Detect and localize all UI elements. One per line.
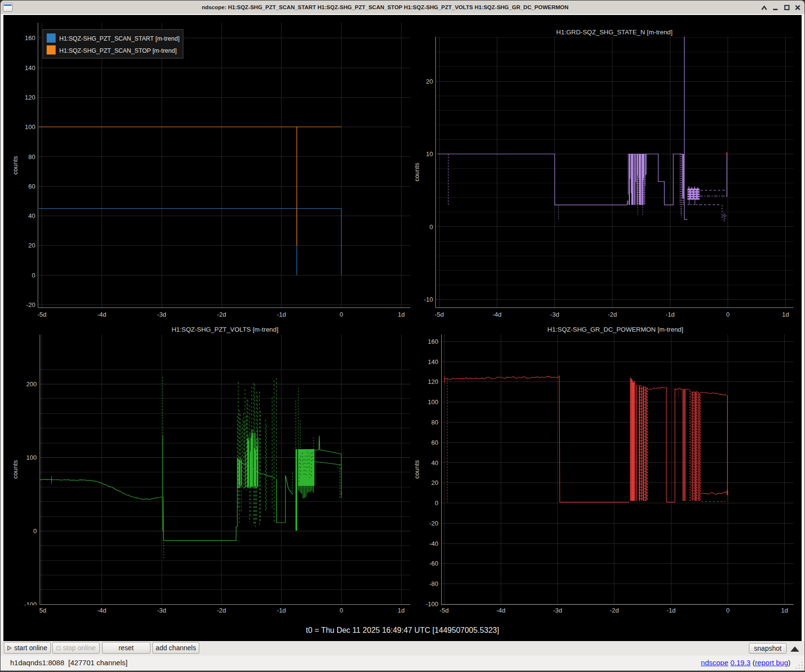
svg-text:-80: -80 <box>429 580 438 587</box>
svg-text:5d: 5d <box>39 607 46 614</box>
svg-text:100: 100 <box>25 123 35 131</box>
svg-text:-3d: -3d <box>550 311 559 318</box>
svg-text:H1:SQZ-SHG_PZT_SCAN_START [m-t: H1:SQZ-SHG_PZT_SCAN_START [m-trend] <box>60 35 180 42</box>
svg-text:20: 20 <box>432 479 438 486</box>
svg-text:100: 100 <box>428 398 438 406</box>
svg-text:80: 80 <box>29 153 35 161</box>
svg-text:H1:SQZ-SHG_GR_DC_POWERMON [m-t: H1:SQZ-SHG_GR_DC_POWERMON [m-trend] <box>548 326 684 333</box>
svg-text:-10: -10 <box>424 296 433 303</box>
svg-text:-20: -20 <box>26 301 35 308</box>
svg-text:0: 0 <box>726 607 730 614</box>
svg-text:-5d: -5d <box>435 311 444 318</box>
svg-text:-2d: -2d <box>610 607 619 614</box>
svg-text:-1d: -1d <box>277 311 286 318</box>
svg-text:-1d: -1d <box>277 607 286 614</box>
svg-text:1d: 1d <box>781 607 788 614</box>
svg-text:-5d: -5d <box>440 607 449 614</box>
svg-text:40: 40 <box>29 212 35 219</box>
svg-text:20: 20 <box>29 242 35 249</box>
svg-text:100: 100 <box>26 454 37 461</box>
svg-text:-3d: -3d <box>553 607 562 614</box>
svg-text:200: 200 <box>26 380 37 388</box>
svg-text:120: 120 <box>428 378 438 385</box>
svg-text:0: 0 <box>726 311 730 318</box>
svg-text:H1:GRD-SQZ_SHG_STATE_N [m-tren: H1:GRD-SQZ_SHG_STATE_N [m-trend] <box>556 29 672 36</box>
svg-text:H1:SQZ-SHG_PZT_SCAN_STOP [m-tr: H1:SQZ-SHG_PZT_SCAN_STOP [m-trend] <box>60 47 177 54</box>
svg-text:-4d: -4d <box>97 607 106 614</box>
svg-text:1d: 1d <box>782 311 789 318</box>
svg-text:-60: -60 <box>429 560 438 567</box>
svg-text:1d: 1d <box>398 607 404 614</box>
svg-text:10: 10 <box>426 150 433 158</box>
svg-text:-2d: -2d <box>217 311 226 318</box>
svg-text:80: 80 <box>432 419 438 426</box>
svg-text:counts: counts <box>12 156 19 175</box>
svg-text:140: 140 <box>428 358 438 365</box>
svg-text:0: 0 <box>32 272 35 279</box>
svg-text:0: 0 <box>435 499 438 507</box>
svg-text:-3d: -3d <box>157 311 166 318</box>
svg-text:-4d: -4d <box>496 607 506 614</box>
svg-text:H1:SQZ-SHG_PZT_VOLTS [m-trend]: H1:SQZ-SHG_PZT_VOLTS [m-trend] <box>172 326 279 333</box>
svg-text:60: 60 <box>29 183 35 190</box>
svg-text:0: 0 <box>33 527 37 535</box>
svg-text:counts: counts <box>413 162 420 181</box>
svg-text:60: 60 <box>432 439 438 446</box>
svg-text:-3d: -3d <box>157 607 166 614</box>
svg-text:-100: -100 <box>426 600 438 608</box>
svg-text:-2d: -2d <box>608 311 617 318</box>
svg-text:140: 140 <box>25 64 35 72</box>
svg-text:-4d: -4d <box>97 311 106 318</box>
svg-text:120: 120 <box>25 94 35 101</box>
svg-text:160: 160 <box>428 338 438 345</box>
svg-text:-5d: -5d <box>37 311 46 318</box>
svg-text:1d: 1d <box>398 311 404 318</box>
svg-text:-1d: -1d <box>666 311 675 318</box>
svg-text:-20: -20 <box>429 520 438 527</box>
svg-text:counts: counts <box>12 460 19 479</box>
svg-text:0: 0 <box>340 607 343 614</box>
svg-text:-4d: -4d <box>492 311 502 318</box>
svg-text:0: 0 <box>340 311 343 318</box>
svg-text:40: 40 <box>432 459 438 467</box>
svg-text:-1d: -1d <box>667 607 676 614</box>
svg-text:counts: counts <box>413 460 420 479</box>
svg-text:0: 0 <box>430 223 433 231</box>
svg-text:160: 160 <box>25 34 35 42</box>
svg-text:-2d: -2d <box>217 607 226 614</box>
svg-text:20: 20 <box>426 78 433 85</box>
svg-text:-40: -40 <box>429 540 438 547</box>
svg-text:t0 = Thu Dec 11 2025 16:49:47: t0 = Thu Dec 11 2025 16:49:47 UTC [14495… <box>306 626 499 634</box>
